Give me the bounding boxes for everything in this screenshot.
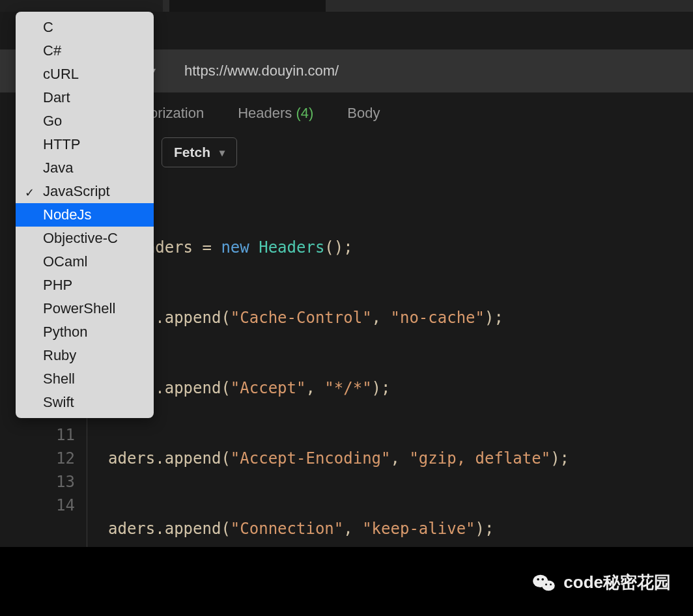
language-option[interactable]: NodeJs [16, 203, 154, 227]
line-number: 12 [0, 447, 75, 470]
language-option[interactable]: ✓JavaScript [16, 180, 154, 203]
language-option[interactable]: PowerShell [16, 297, 154, 320]
language-label: JavaScript [43, 183, 110, 199]
wechat-icon [532, 573, 556, 593]
language-label: Swift [43, 394, 74, 410]
tab-body[interactable]: Body [347, 105, 380, 122]
line-number: 13 [0, 470, 75, 494]
language-label: Go [43, 113, 62, 129]
svg-point-1 [543, 580, 555, 591]
language-option[interactable]: Objective-C [16, 227, 154, 250]
tab-headers-count: (4) [296, 105, 313, 121]
variant-dropdown[interactable]: Fetch ▾ [162, 137, 237, 167]
line-number: 14 [0, 494, 75, 517]
language-option[interactable]: OCaml [16, 250, 154, 273]
language-label: Python [43, 324, 88, 340]
language-option[interactable]: C [16, 16, 154, 39]
language-label: OCaml [43, 253, 87, 270]
language-option[interactable]: HTTP [16, 133, 154, 156]
language-label: C# [43, 42, 61, 59]
language-label: PHP [43, 277, 72, 293]
language-label: Java [43, 160, 73, 176]
tab-headers-label: Headers [238, 105, 292, 121]
tab-authorization[interactable]: orization [150, 105, 204, 122]
svg-point-4 [545, 583, 547, 585]
language-option[interactable]: PHP [16, 273, 154, 297]
language-label: PowerShell [43, 300, 115, 316]
language-label: cURL [43, 66, 79, 82]
language-option[interactable]: cURL [16, 63, 154, 86]
tab-headers[interactable]: Headers (4) [238, 105, 313, 122]
svg-point-2 [537, 578, 540, 580]
request-url[interactable]: https://www.douyin.com/ [184, 63, 339, 79]
svg-point-5 [550, 583, 552, 585]
language-label: HTTP [43, 136, 80, 152]
language-label: Shell [43, 371, 75, 387]
check-icon: ✓ [25, 182, 35, 203]
language-option[interactable]: Dart [16, 86, 154, 109]
watermark-text: code秘密花园 [563, 571, 671, 594]
svg-point-3 [542, 578, 544, 580]
chevron-down-icon: ▾ [219, 147, 225, 159]
language-option[interactable]: C# [16, 39, 154, 63]
window-tab[interactable] [0, 0, 163, 12]
variant-label: Fetch [174, 145, 210, 160]
language-label: NodeJs [43, 206, 92, 223]
language-option[interactable]: Python [16, 320, 154, 344]
language-label: C [43, 19, 53, 35]
language-label: Ruby [43, 347, 76, 363]
top-bar [0, 0, 693, 12]
line-number: 11 [0, 423, 75, 447]
language-option[interactable]: Go [16, 109, 154, 133]
language-label: Dart [43, 89, 70, 105]
language-option[interactable]: Swift [16, 391, 154, 414]
language-option[interactable]: Shell [16, 367, 154, 391]
language-dropdown[interactable]: CC#cURLDartGoHTTPJava✓JavaScriptNodeJsOb… [16, 12, 154, 418]
window-tab-inactive[interactable] [169, 0, 326, 12]
language-option[interactable]: Ruby [16, 344, 154, 367]
language-option[interactable]: Java [16, 156, 154, 180]
watermark: code秘密花园 [532, 571, 671, 594]
language-label: Objective-C [43, 230, 118, 246]
